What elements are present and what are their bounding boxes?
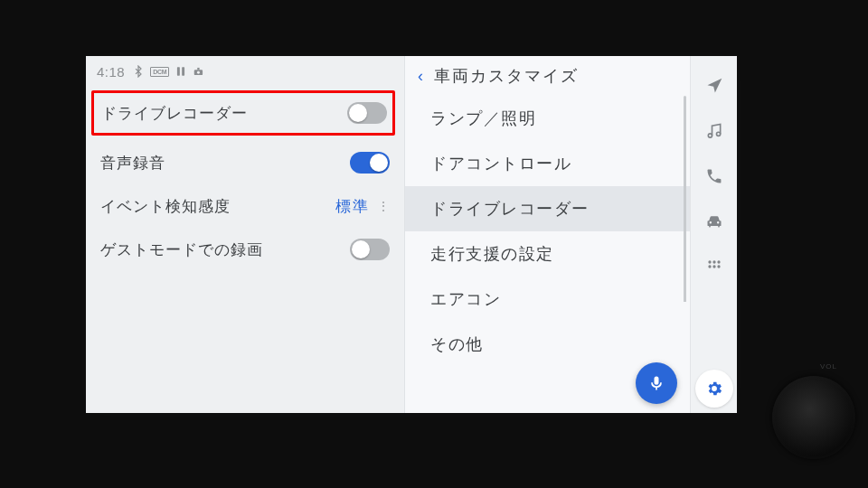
setting-event-sensitivity[interactable]: イベント検知感度 標準 ⋮: [93, 184, 395, 228]
setting-label: ドライブレコーダー: [101, 103, 248, 124]
setting-label: ゲストモードでの録画: [100, 239, 263, 260]
gear-icon: [705, 380, 723, 398]
pause-icon: [175, 65, 187, 78]
bluetooth-icon: [132, 65, 145, 78]
svg-point-9: [717, 260, 720, 263]
clock: 4:18: [97, 64, 125, 80]
status-bar: 4:18 DCM: [93, 56, 395, 87]
rail-settings[interactable]: [695, 370, 733, 408]
phone-icon: [705, 167, 723, 185]
menu-header: ‹ 車両カスタマイズ: [405, 56, 690, 96]
toggle-guest-mode[interactable]: [350, 239, 390, 260]
volume-knob[interactable]: [772, 376, 855, 459]
menu-pane: ‹ 車両カスタマイズ ランプ／照明 ドアコントロール ドライブレコーダー 走行支…: [404, 56, 690, 413]
setting-label: 音声録音: [100, 153, 165, 174]
setting-value: 標準: [335, 196, 370, 217]
nav-rail: [690, 56, 737, 413]
setting-guest-mode-recording[interactable]: ゲストモードでの録画: [93, 228, 395, 271]
car-icon: [705, 212, 723, 230]
mic-icon: [647, 374, 665, 392]
rail-phone[interactable]: [691, 154, 737, 199]
rail-apps[interactable]: [691, 244, 737, 289]
infotainment-screen: 4:18 DCM ドライブレコーダー: [86, 56, 737, 413]
bezel: 4:18 DCM ドライブレコーダー: [0, 0, 868, 488]
toggle-drive-recorder[interactable]: [347, 102, 387, 124]
rail-music[interactable]: [691, 108, 737, 154]
svg-point-11: [712, 265, 715, 267]
menu-item-aircon[interactable]: エアコン: [405, 277, 690, 322]
toggle-audio-recording[interactable]: [350, 152, 390, 174]
svg-rect-3: [198, 68, 200, 70]
volume-label: VOL: [820, 362, 837, 371]
menu-title: 車両カスタマイズ: [434, 65, 579, 87]
apps-icon: [705, 258, 723, 276]
svg-rect-0: [177, 67, 180, 75]
menu-item-door[interactable]: ドアコントロール: [405, 141, 690, 186]
rail-navigation[interactable]: [691, 63, 737, 108]
menu-item-driving-assist[interactable]: 走行支援の設定: [405, 231, 690, 277]
svg-point-12: [717, 265, 720, 267]
svg-point-10: [708, 265, 711, 267]
back-chevron-icon[interactable]: ‹: [418, 67, 423, 86]
menu-item-lamps[interactable]: ランプ／照明: [405, 96, 690, 141]
dashcam-icon: [193, 65, 205, 78]
settings-pane: 4:18 DCM ドライブレコーダー: [86, 56, 404, 413]
menu-item-other[interactable]: その他: [405, 322, 690, 367]
svg-point-8: [712, 260, 715, 263]
rail-vehicle[interactable]: [691, 199, 737, 244]
navigation-icon: [705, 77, 723, 95]
dcm-icon: DCM: [150, 67, 169, 77]
svg-point-5: [708, 134, 712, 137]
more-icon[interactable]: ⋮: [377, 200, 390, 212]
svg-point-4: [197, 71, 200, 74]
music-icon: [705, 122, 723, 140]
voice-assist-button[interactable]: [636, 362, 677, 404]
setting-label: イベント検知感度: [100, 196, 231, 217]
highlighted-setting: ドライブレコーダー: [91, 90, 395, 136]
svg-point-7: [708, 260, 711, 263]
setting-drive-recorder[interactable]: ドライブレコーダー: [94, 93, 392, 133]
svg-point-6: [716, 132, 720, 136]
menu-item-drive-recorder[interactable]: ドライブレコーダー: [405, 186, 690, 231]
setting-audio-recording[interactable]: 音声録音: [93, 141, 395, 184]
svg-rect-1: [182, 67, 184, 75]
